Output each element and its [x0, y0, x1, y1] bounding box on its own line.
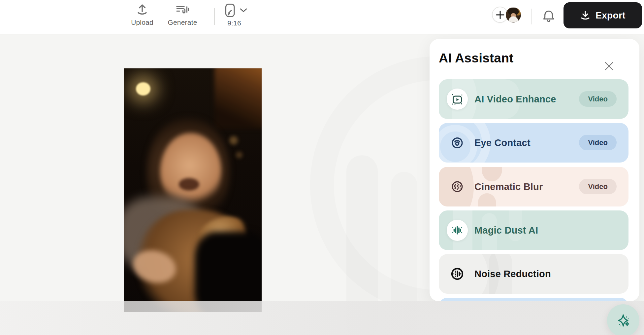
tool-icon-circle: [447, 263, 468, 284]
export-button[interactable]: Export: [564, 2, 642, 28]
aspect-ratio-selector[interactable]: 9:16: [215, 2, 253, 27]
cinematic-blur-icon: [450, 180, 464, 194]
sparkle-icon: [615, 313, 631, 328]
top-toolbar: Upload Generate 9:16: [0, 0, 644, 34]
noise-reduction-icon: [450, 267, 465, 281]
magic-dust-icon: [451, 224, 464, 237]
tool-badge: Video: [579, 179, 617, 194]
video-bokeh-light: [136, 82, 150, 95]
video-preview-canvas[interactable]: [124, 68, 262, 312]
tool-icon-circle: [447, 89, 468, 110]
tool-card-ai-video-enhance[interactable]: AI Video Enhance Video: [439, 79, 628, 119]
tool-label: Cinematic Blur: [474, 167, 543, 206]
panel-title: AI Assistant: [439, 51, 513, 65]
tool-card-cinematic-blur[interactable]: Cinematic Blur Video: [439, 167, 628, 206]
bottom-frost-overlay: [0, 301, 644, 335]
video-bg-structure: [214, 68, 262, 129]
tool-label: AI Video Enhance: [474, 79, 556, 119]
tool-label: Eye Contact: [474, 123, 531, 163]
eye-contact-icon: [450, 136, 464, 150]
generate-label: Generate: [168, 19, 197, 26]
phone-portrait-icon: [221, 2, 237, 18]
upload-button[interactable]: Upload: [123, 2, 161, 26]
export-label: Export: [596, 10, 625, 21]
close-panel-button[interactable]: [604, 61, 614, 71]
tool-label: Noise Reduction: [474, 254, 551, 294]
tool-card-partial[interactable]: [439, 298, 628, 301]
ai-assistant-panel: AI Assistant AI Video Enhance: [430, 39, 639, 301]
aspect-ratio-value: 9:16: [227, 19, 241, 27]
generate-button[interactable]: Generate: [163, 2, 202, 26]
plus-icon: [496, 11, 504, 19]
toolbar-divider: [531, 9, 532, 24]
bell-icon: [542, 9, 556, 23]
tool-card-eye-contact[interactable]: Eye Contact Video: [439, 123, 628, 163]
tool-badge: Video: [579, 91, 617, 107]
video-subject-mouth: [179, 178, 199, 191]
tool-card-magic-dust-ai[interactable]: Magic Dust AI: [439, 210, 628, 250]
tool-icon-circle: [447, 176, 468, 197]
user-avatar[interactable]: [506, 7, 521, 22]
ai-assistant-fab[interactable]: [607, 304, 639, 335]
close-x-icon: [604, 61, 614, 71]
tool-icon-circle: [447, 220, 468, 241]
video-enhance-icon: [451, 93, 464, 106]
tool-label: Magic Dust AI: [474, 210, 538, 250]
toolbar-divider: [214, 8, 215, 25]
video-dark-sleeve: [195, 232, 262, 312]
video-bokeh-dot: [236, 152, 242, 158]
chevron-down-icon: [240, 8, 247, 12]
notifications-button[interactable]: [541, 9, 556, 24]
tool-icon-circle: [447, 132, 468, 153]
generate-script-waveform-icon: [175, 2, 190, 18]
download-icon: [580, 10, 591, 21]
tool-badge: Video: [579, 135, 617, 150]
upload-arrow-icon: [135, 2, 150, 18]
tool-card-noise-reduction[interactable]: Noise Reduction: [439, 254, 628, 294]
upload-label: Upload: [131, 19, 153, 26]
video-bokeh-dot: [229, 136, 238, 145]
